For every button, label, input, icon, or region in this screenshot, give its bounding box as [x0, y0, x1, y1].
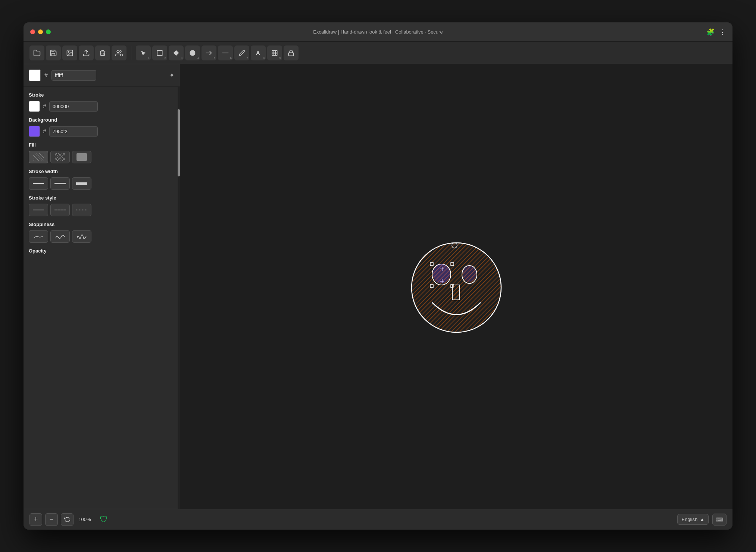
ellipse-tool[interactable]: 4: [185, 46, 200, 60]
slop-low-btn[interactable]: [29, 230, 48, 243]
rectangle-tool[interactable]: 2: [152, 46, 167, 60]
fill-crosshatch-btn[interactable]: [50, 151, 70, 163]
body-area: # ✦ Stroke # Background: [24, 64, 732, 509]
titlebar-actions: 🧩 ⋮: [706, 28, 726, 36]
slop-med-btn[interactable]: [50, 230, 70, 243]
canvas-color-section: # ✦: [24, 64, 180, 87]
traffic-lights: [30, 29, 51, 34]
open-button[interactable]: [29, 46, 44, 60]
svg-point-29: [433, 264, 450, 283]
arrow-tool[interactable]: 5: [202, 46, 216, 60]
zoom-reset-button[interactable]: [61, 513, 74, 526]
bottombar-right: English ▲ ⌨: [677, 514, 727, 526]
fill-label: Fill: [29, 142, 175, 148]
image-tool[interactable]: 9: [267, 46, 282, 60]
stroke-dashed-btn[interactable]: [50, 204, 70, 216]
smiley-svg: [397, 230, 516, 342]
svg-point-5: [190, 50, 196, 56]
svg-point-30: [463, 266, 476, 282]
sloppiness-label: Sloppiness: [29, 222, 175, 227]
collaborators-button[interactable]: [112, 46, 126, 60]
export-button[interactable]: [79, 46, 94, 60]
svg-rect-4: [157, 50, 162, 56]
line-tool[interactable]: 6: [218, 46, 233, 60]
canvas-color-swatch[interactable]: [29, 69, 41, 81]
shield-icon: 🛡: [100, 515, 108, 524]
fill-solid-btn[interactable]: [72, 151, 91, 163]
sloppiness-options: [29, 230, 175, 243]
svg-rect-14: [288, 53, 294, 56]
stroke-medium-btn[interactable]: [50, 177, 70, 190]
toolbar: 1 2 3 4: [24, 42, 732, 64]
fill-options: [29, 151, 175, 163]
sidebar-scroll: Stroke # Background #: [24, 87, 180, 509]
more-options-icon[interactable]: ⋮: [719, 28, 726, 36]
hash-symbol: #: [44, 72, 48, 79]
text-tool[interactable]: A 8: [251, 46, 266, 60]
svg-text:A: A: [256, 50, 260, 56]
delete-button[interactable]: [95, 46, 110, 60]
select-tool[interactable]: 1: [136, 46, 151, 60]
svg-rect-27: [452, 285, 460, 300]
svg-rect-9: [272, 50, 277, 56]
canvas-drawing: [397, 230, 516, 343]
toolbar-separator: [131, 46, 131, 60]
window-title: Excalidraw | Hand-drawn look & feel · Co…: [313, 29, 443, 35]
minimize-button[interactable]: [38, 29, 43, 34]
tool-number-9: 9: [279, 56, 281, 60]
pencil-tool[interactable]: 7: [234, 46, 249, 60]
stroke-hex-input[interactable]: [49, 101, 98, 112]
scrollbar-track: [178, 87, 180, 509]
lock-tool[interactable]: [284, 46, 299, 60]
stroke-swatch[interactable]: [29, 101, 40, 112]
stroke-solid-btn[interactable]: [29, 204, 48, 216]
stroke-thick-btn[interactable]: [72, 177, 91, 190]
svg-point-1: [68, 51, 69, 52]
language-selector[interactable]: English ▲: [677, 514, 709, 525]
language-label: English: [681, 517, 697, 522]
zoom-level: 100%: [76, 517, 93, 522]
stroke-label: Stroke: [29, 92, 175, 98]
canvas[interactable]: [180, 64, 732, 509]
tool-number-3: 3: [181, 56, 182, 60]
properties-panel: Stroke # Background #: [24, 87, 180, 262]
diamond-tool[interactable]: 3: [169, 46, 184, 60]
background-swatch[interactable]: [29, 126, 40, 137]
close-button[interactable]: [30, 29, 35, 34]
maximize-button[interactable]: [46, 29, 51, 34]
fill-hatch-btn[interactable]: [29, 151, 48, 163]
chevron-up-icon: ▲: [700, 517, 705, 522]
stroke-style-options: [29, 204, 175, 216]
tool-number-6: 6: [230, 56, 232, 60]
opacity-label: Opacity: [29, 248, 175, 254]
stroke-width-label: Stroke width: [29, 169, 175, 174]
tool-number-2: 2: [165, 56, 166, 60]
tool-number-8: 8: [263, 56, 265, 60]
app-window: Excalidraw | Hand-drawn look & feel · Co…: [24, 22, 732, 530]
zoom-in-button[interactable]: +: [29, 513, 42, 526]
scrollbar-thumb[interactable]: [178, 109, 180, 176]
background-row: #: [29, 126, 175, 137]
zoom-controls: + − 100% 🛡: [29, 513, 108, 526]
canvas-hex-input[interactable]: [51, 70, 96, 81]
titlebar: Excalidraw | Hand-drawn look & feel · Co…: [24, 22, 732, 42]
zoom-out-button[interactable]: −: [45, 513, 58, 526]
stroke-dotted-btn[interactable]: [72, 204, 91, 216]
background-hex-input[interactable]: [49, 126, 98, 137]
stroke-thin-btn[interactable]: [29, 177, 48, 190]
settings-icon[interactable]: ✦: [169, 71, 175, 79]
svg-point-3: [117, 50, 119, 53]
tool-number-7: 7: [247, 56, 248, 60]
background-label: Background: [29, 117, 175, 123]
stroke-style-label: Stroke style: [29, 195, 175, 201]
slop-high-btn[interactable]: [72, 230, 91, 243]
stroke-width-options: [29, 177, 175, 190]
bottombar: + − 100% 🛡 English ▲ ⌨: [24, 509, 732, 530]
stroke-row: #: [29, 101, 175, 112]
keyboard-button[interactable]: ⌨: [712, 514, 727, 526]
save-button[interactable]: [46, 46, 61, 60]
sidebar: # ✦ Stroke # Background: [24, 64, 180, 509]
export-image-button[interactable]: [62, 46, 77, 60]
main-content: 1 2 3 4: [24, 42, 732, 530]
puzzle-icon[interactable]: 🧩: [706, 28, 715, 36]
